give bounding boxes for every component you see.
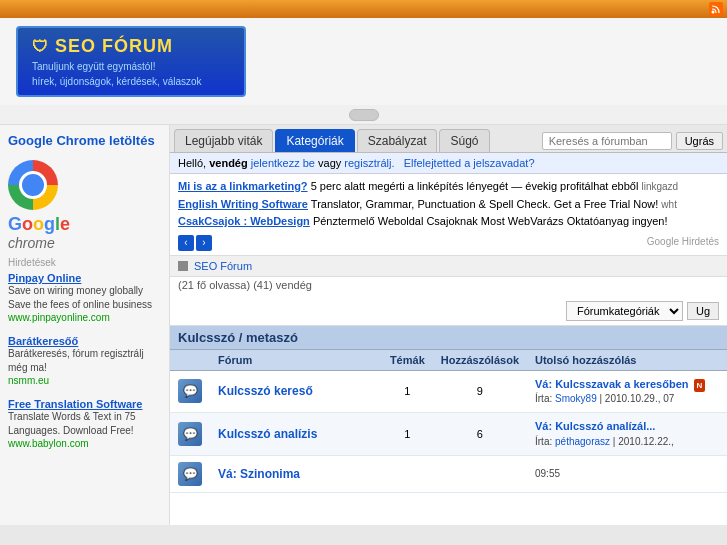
- breadcrumb-link[interactable]: SEO Fórum: [194, 260, 252, 272]
- sidebar-ad-2-title[interactable]: Free Translation Software: [8, 398, 161, 410]
- last-post-time-2: 09:55: [535, 468, 560, 479]
- row-0-topics: 1: [382, 370, 433, 412]
- ads-navigation: ‹ ›: [178, 235, 212, 251]
- col-forum: Fórum: [210, 350, 382, 371]
- forum-icon-0: [178, 379, 202, 403]
- sidebar-ad-2-text: Translate Words & Text in 75 Languages. …: [8, 410, 161, 438]
- ad-text-2: Pénztermelő Weboldal Csajoknak Most WebV…: [313, 215, 668, 227]
- sidebar-ad-1-title[interactable]: Barátkeresőő: [8, 335, 161, 347]
- ad-link-0[interactable]: Mi is az a linkmarketing?: [178, 180, 308, 192]
- ads-next-button[interactable]: ›: [196, 235, 212, 251]
- row-0-last-post: Vá: Kulcsszavak a keresőben N Írta: Smok…: [527, 370, 727, 412]
- logo-subtitle1: Tanuljunk együtt egymástól!: [32, 61, 230, 72]
- last-post-link-0[interactable]: Vá: Kulcsszavak a keresőben: [535, 378, 688, 390]
- tab-szabalyzat[interactable]: Szabályzat: [357, 129, 438, 152]
- row-0-name-cell: Kulcsszó kereső: [210, 370, 382, 412]
- tab-legujabb-vitak[interactable]: Legújabb viták: [174, 129, 273, 152]
- filter-bar: Fórumkategóriák Ug: [170, 297, 727, 326]
- sidebar-ad-2-url[interactable]: www.babylon.com: [8, 438, 161, 449]
- horizontal-scrollbar[interactable]: [0, 105, 727, 125]
- last-post-2: 09:55: [535, 467, 719, 481]
- top-bar: [0, 0, 727, 18]
- search-input[interactable]: [542, 132, 672, 150]
- tab-kategoriak[interactable]: Kategóriák: [275, 129, 354, 152]
- logo-title-text: SEO FÓRUM: [55, 36, 173, 57]
- sidebar-ad-1-url[interactable]: nsmm.eu: [8, 375, 161, 386]
- search-bar: Ugrás: [542, 132, 723, 150]
- logo-area: 🛡 SEO FÓRUM Tanuljunk együtt egymástól! …: [0, 18, 727, 105]
- register-link[interactable]: regisztrálj.: [344, 157, 394, 169]
- last-post-meta-0: Írta: Smoky89 | 2010.10.29., 07: [535, 392, 719, 406]
- search-button[interactable]: Ugrás: [676, 132, 723, 150]
- forum-icon-1: [178, 422, 202, 446]
- ads-prev-button[interactable]: ‹: [178, 235, 194, 251]
- main-layout: Google Chrome letöltés Google chrome Hir…: [0, 125, 727, 525]
- row-2-icon-cell: [170, 455, 210, 492]
- ad-link-1[interactable]: English Writing Software: [178, 198, 308, 210]
- last-post-date-0: 2010.10.29., 07: [605, 393, 675, 404]
- logo-subtitle2: hírek, újdonságok, kérdések, válaszok: [32, 76, 230, 87]
- shield-icon: 🛡: [32, 38, 49, 56]
- filter-select[interactable]: Fórumkategóriák: [566, 301, 683, 321]
- sidebar-ad-2: Free Translation Software Translate Word…: [8, 398, 161, 449]
- chrome-text: chrome: [8, 235, 55, 251]
- ad-overflow-1: wht: [661, 199, 677, 210]
- welcome-text: Helló, vendég jelentkezz be vagy regiszt…: [178, 157, 535, 169]
- sidebar-ad-0-url[interactable]: www.pinpayonline.com: [8, 312, 161, 323]
- category-header: Kulcsszó / metaszó: [170, 326, 727, 350]
- forum-table: Fórum Témák Hozzászólások Utolsó hozzász…: [170, 350, 727, 493]
- last-post-title-1: Vá: Kulcsszó analízál...: [535, 419, 719, 434]
- ad-text-1: Translator, Grammar, Punctuation & Spell…: [311, 198, 658, 210]
- seo-logo: 🛡 SEO FÓRUM Tanuljunk együtt egymástól! …: [16, 26, 246, 97]
- row-1-replies: 6: [433, 413, 527, 455]
- last-post-link-1[interactable]: Vá: Kulcsszó analízál...: [535, 420, 655, 432]
- chrome-ad-section: Google Chrome letöltés Google chrome Hir…: [8, 133, 161, 449]
- row-2-name-cell: Vá: Szinonima: [210, 455, 382, 492]
- col-topics: Témák: [382, 350, 433, 371]
- last-post-date-1: 2010.12.22.,: [618, 436, 674, 447]
- scrollbar-thumb[interactable]: [349, 109, 379, 121]
- sidebar-ad-0: Pinpay Online Save on wiring money globa…: [8, 272, 161, 323]
- sidebar: Google Chrome letöltés Google chrome Hir…: [0, 125, 170, 525]
- sidebar-ad-0-title[interactable]: Pinpay Online: [8, 272, 161, 284]
- breadcrumb-icon: [178, 261, 188, 271]
- rss-icon[interactable]: [709, 2, 723, 16]
- google-text: Google: [8, 214, 70, 235]
- last-post-author-1[interactable]: péthagorasz: [555, 436, 610, 447]
- ad-row-0: Mi is az a linkmarketing? 5 perc alatt m…: [178, 178, 678, 196]
- sidebar-ad-1: Barátkeresőő Barátkeresés, fórum regiszt…: [8, 335, 161, 386]
- chrome-logo: Google chrome: [8, 156, 161, 251]
- seo-logo-title: 🛡 SEO FÓRUM: [32, 36, 230, 57]
- forgot-password-link[interactable]: Elfelejtetted a jelszavadat?: [404, 157, 535, 169]
- row-0-icon-cell: [170, 370, 210, 412]
- row-2-last-post: 09:55: [527, 455, 727, 492]
- col-icon: [170, 350, 210, 371]
- ad-link-2[interactable]: CsakCsajok : WebDesign: [178, 215, 310, 227]
- last-post-0: Vá: Kulcsszavak a keresőben N Írta: Smok…: [535, 377, 719, 406]
- sidebar-ad-1-text: Barátkeresés, fórum regisztrálj még ma!: [8, 347, 161, 375]
- sidebar-ad-0-text: Save on wiring money globally Save the f…: [8, 284, 161, 312]
- row-1-name-cell: Kulcsszó analízis: [210, 413, 382, 455]
- new-badge-0: N: [694, 379, 706, 392]
- ad-row-1: English Writing Software Translator, Gra…: [178, 196, 677, 214]
- row-1-topics: 1: [382, 413, 433, 455]
- forum-icon-2: [178, 462, 202, 486]
- forum-link-0[interactable]: Kulcsszó kereső: [218, 384, 313, 398]
- ads-banner: Mi is az a linkmarketing? 5 perc alatt m…: [170, 174, 727, 256]
- tab-sugo[interactable]: Súgó: [439, 129, 489, 152]
- col-last-post: Utolsó hozzászólás: [527, 350, 727, 371]
- last-post-author-0[interactable]: Smoky89: [555, 393, 597, 404]
- chrome-title: Google Chrome letöltés: [8, 133, 161, 150]
- forum-link-1[interactable]: Kulcsszó analízis: [218, 427, 317, 441]
- forum-info: (21 fő olvassa) (41) vendég: [170, 277, 727, 297]
- breadcrumb-bar: SEO Fórum: [170, 256, 727, 277]
- ad-text-0: 5 perc alatt megérti a linképítés lényeg…: [311, 180, 639, 192]
- forum-link-2[interactable]: Vá: Szinonima: [218, 467, 300, 481]
- filter-button[interactable]: Ug: [687, 302, 719, 320]
- ad-row-2: CsakCsajok : WebDesign Pénztermelő Webol…: [178, 213, 668, 231]
- last-post-meta-1: Írta: péthagorasz | 2010.12.22.,: [535, 435, 719, 449]
- login-link[interactable]: jelentkezz be: [251, 157, 315, 169]
- table-row: Vá: Szinonima 09:55: [170, 455, 727, 492]
- col-replies: Hozzászólások: [433, 350, 527, 371]
- content-area: Legújabb viták Kategóriák Szabályzat Súg…: [170, 125, 727, 525]
